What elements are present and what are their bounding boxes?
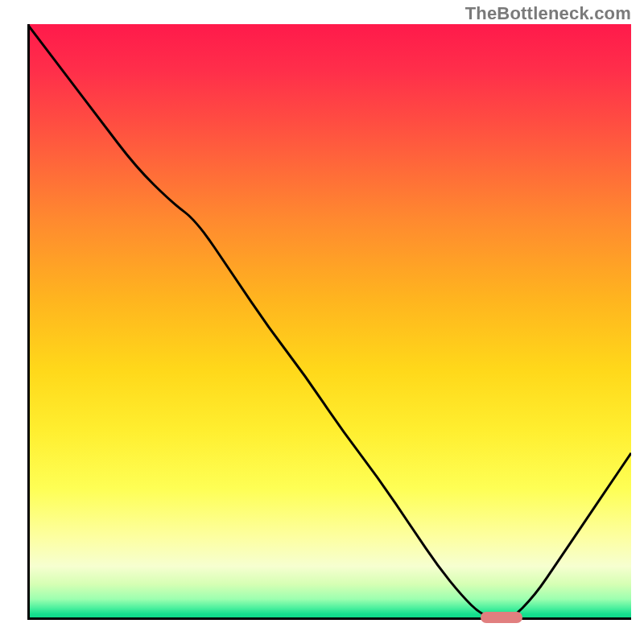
y-axis — [27, 24, 30, 620]
watermark-text: TheBottleneck.com — [465, 3, 631, 24]
chart-container: TheBottleneck.com — [0, 0, 644, 644]
optimal-marker — [481, 612, 523, 623]
plot-area — [27, 24, 631, 620]
x-axis — [27, 617, 631, 620]
